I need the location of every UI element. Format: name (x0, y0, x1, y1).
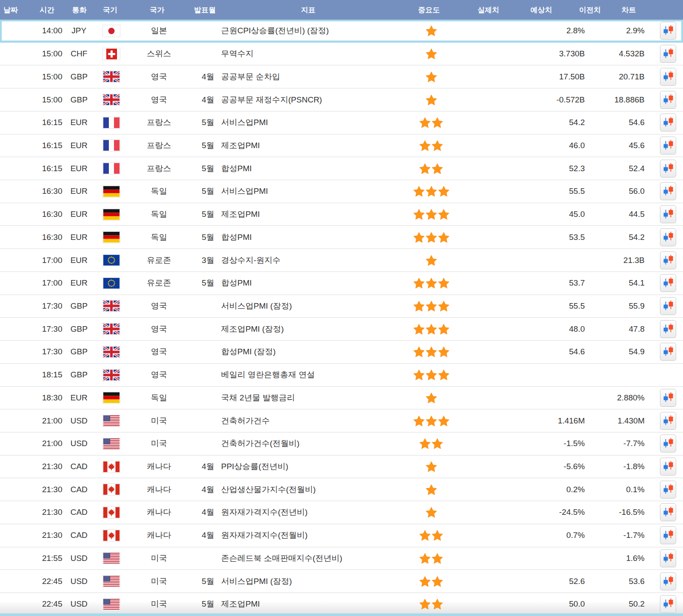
indicator-link[interactable]: 공공부문 순차입 (218, 65, 406, 88)
indicator-link[interactable]: 제조업PMI (잠정) (218, 318, 406, 340)
chart-button[interactable] (660, 22, 676, 40)
indicator-link[interactable]: 서비스업PMI (218, 180, 406, 203)
event-row[interactable]: 16:15 EUR 프랑스 5월 서비스업PMI 54.2 54.6 (0, 111, 683, 134)
flag-germany-icon (102, 185, 120, 198)
chart-button[interactable] (660, 320, 676, 338)
event-row[interactable]: 21:55 USD 미국 존슨레드북 소매판매지수(전년비) 1.6% (0, 547, 683, 570)
indicator-link[interactable]: 존슨레드북 소매판매지수(전년비) (218, 547, 406, 570)
star-icon (426, 324, 437, 335)
indicator-link[interactable]: 산업생산물가지수(전월비) (218, 478, 406, 501)
chart-button[interactable] (660, 458, 676, 476)
chart-button[interactable] (660, 549, 676, 567)
event-row[interactable]: 17:30 GBP 영국 합성PMI (잠정) 54.6 54.9 (0, 341, 683, 364)
column-header-date: 날짜 (3, 5, 18, 15)
indicator-link[interactable]: 합성PMI (잠정) (218, 341, 406, 363)
star-icon (426, 94, 437, 105)
indicator-link[interactable]: 원자재가격지수(전월비) (218, 524, 406, 547)
event-row[interactable]: 16:15 EUR 프랑스 5월 제조업PMI 46.0 45.6 (0, 134, 683, 158)
chart-button[interactable] (660, 137, 676, 155)
chart-button[interactable] (660, 572, 676, 590)
cell-date (0, 455, 30, 478)
event-row[interactable]: 16:30 EUR 독일 5월 제조업PMI 45.0 44.5 (0, 203, 683, 226)
cell-release-month (190, 387, 218, 409)
event-row[interactable]: 21:30 CAD 캐나다 4월 PPI상승률(전년비) -5.6% -1.8% (0, 455, 683, 479)
event-row[interactable]: 17:00 EUR 유로존 3월 경상수지-원지수 21.3B (0, 249, 683, 272)
star-icon (426, 71, 437, 82)
indicator-link[interactable]: 제조업PMI (218, 134, 406, 157)
chart-button[interactable] (660, 45, 676, 63)
indicator-link[interactable]: 합성PMI (218, 272, 406, 295)
cell-flag (95, 364, 128, 386)
chart-button[interactable] (660, 481, 676, 499)
indicator-link[interactable]: 경상수지-원지수 (218, 249, 406, 272)
flag-germany-icon (102, 391, 120, 404)
cell-release-month: 4월 (190, 455, 218, 478)
cell-flag (95, 111, 128, 134)
event-row[interactable]: 14:00 JPY 일본 근원CPI상승률(전년비) (잠정) 2.8% 2.9… (0, 20, 683, 43)
event-row[interactable]: 21:00 USD 미국 건축허가건수(전월비) -1.5% -7.7% (0, 432, 683, 455)
cell-country: 스위스 (128, 43, 190, 65)
cell-forecast: 46.0 (508, 134, 587, 157)
indicator-link[interactable]: 근원CPI상승률(전년비) (잠정) (218, 20, 406, 42)
event-row[interactable]: 16:30 EUR 독일 5월 합성PMI 53.5 54.2 (0, 226, 683, 249)
event-row[interactable]: 16:15 EUR 프랑스 5월 합성PMI 52.3 52.4 (0, 157, 683, 180)
chart-button[interactable] (660, 228, 676, 246)
chart-button[interactable] (660, 526, 676, 544)
indicator-link[interactable]: 공공부문 재정수지(PSNCR) (218, 88, 406, 111)
indicator-link[interactable]: 건축허가건수 (218, 409, 406, 432)
event-row[interactable]: 17:00 EUR 유로존 5월 합성PMI 53.7 54.1 (0, 272, 683, 295)
indicator-link[interactable]: 원자재가격지수(전년비) (218, 501, 406, 524)
event-row[interactable]: 15:00 CHF 스위스 무역수지 3.730B 4.532B (0, 43, 683, 66)
chart-button[interactable] (660, 412, 676, 430)
event-row[interactable]: 15:00 GBP 영국 4월 공공부문 순차입 17.50B 20.71B (0, 65, 683, 88)
importance-stars (406, 341, 457, 363)
chart-button[interactable] (660, 160, 676, 178)
indicator-link[interactable]: 서비스업PMI (잠정) (218, 295, 406, 318)
chart-button[interactable] (660, 91, 676, 109)
indicator-link[interactable]: 베일리 영란은행총재 연설 (218, 364, 406, 386)
chart-button[interactable] (660, 503, 676, 521)
event-row[interactable]: 15:00 GBP 영국 4월 공공부문 재정수지(PSNCR) -0.572B… (0, 88, 683, 111)
chart-button[interactable] (660, 182, 676, 200)
event-row[interactable]: 17:30 GBP 영국 서비스업PMI (잠정) 55.5 55.9 (0, 295, 683, 318)
indicator-link[interactable]: 무역수지 (218, 43, 406, 65)
chart-button[interactable] (660, 114, 676, 131)
indicator-link[interactable]: 제조업PMI (218, 203, 406, 226)
indicator-link[interactable]: 합성PMI (218, 157, 406, 180)
cell-forecast: 53.7 (508, 272, 587, 295)
chart-button[interactable] (660, 274, 676, 292)
event-row[interactable]: 21:30 CAD 캐나다 4월 산업생산물가지수(전월비) 0.2% 0.1% (0, 478, 683, 501)
calendar-table-header: 날짜시간통화국기국가발표월지표중요도실제치예상치이전치차트 (0, 0, 683, 20)
indicator-link[interactable]: 국채 2년물 발행금리 (218, 387, 406, 409)
event-row[interactable]: 18:30 EUR 독일 국채 2년물 발행금리 2.880% (0, 387, 683, 410)
event-row[interactable]: 16:30 EUR 독일 5월 서비스업PMI 55.5 56.0 (0, 180, 683, 203)
event-row[interactable]: 17:30 GBP 영국 제조업PMI (잠정) 48.0 47.8 (0, 318, 683, 341)
cell-currency: EUR (63, 180, 95, 203)
cell-time: 18:15 (30, 364, 63, 386)
indicator-link[interactable]: 합성PMI (218, 226, 406, 248)
chart-button[interactable] (660, 205, 676, 223)
indicator-link[interactable]: 서비스업PMI (잠정) (218, 570, 406, 593)
star-icon (419, 117, 431, 128)
indicator-link[interactable]: 서비스업PMI (218, 111, 406, 134)
event-row[interactable]: 22:45 USD 미국 5월 서비스업PMI (잠정) 52.6 53.6 (0, 570, 683, 593)
cell-previous: 56.0 (587, 180, 647, 203)
star-icon (419, 553, 431, 564)
chart-button[interactable] (660, 297, 676, 315)
cell-chart (647, 478, 683, 501)
indicator-link[interactable]: 제조업PMI (218, 593, 406, 616)
chart-button[interactable] (660, 251, 676, 269)
chart-button[interactable] (660, 435, 676, 453)
indicator-link[interactable]: 건축허가건수(전월비) (218, 432, 406, 455)
event-row[interactable]: 22:45 USD 미국 5월 제조업PMI 50.0 50.2 (0, 593, 683, 616)
event-row[interactable]: 21:30 CAD 캐나다 4월 원자재가격지수(전년비) -24.5% -16… (0, 501, 683, 524)
chart-button[interactable] (660, 343, 676, 361)
chart-button[interactable] (660, 595, 676, 613)
indicator-link[interactable]: PPI상승률(전년비) (218, 455, 406, 478)
event-row[interactable]: 21:00 USD 미국 건축허가건수 1.416M 1.430M (0, 409, 683, 432)
cell-time: 22:45 (30, 593, 63, 616)
chart-button[interactable] (660, 68, 676, 86)
chart-button[interactable] (660, 389, 676, 407)
event-row[interactable]: 18:15 GBP 영국 베일리 영란은행총재 연설 (0, 364, 683, 387)
event-row[interactable]: 21:30 CAD 캐나다 4월 원자재가격지수(전월비) 0.7% -1.7% (0, 524, 683, 547)
